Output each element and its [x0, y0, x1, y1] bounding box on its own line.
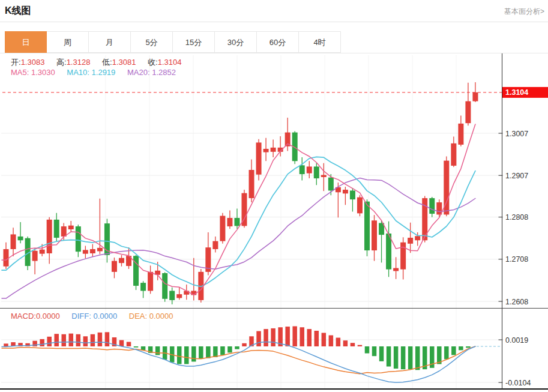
tab-周[interactable]: 周 — [47, 31, 89, 53]
candle-body — [372, 220, 377, 250]
macd-bar — [227, 346, 232, 352]
candle-body — [234, 218, 239, 226]
candle-body — [112, 261, 117, 272]
price-tick-label: 1.2808 — [505, 213, 528, 222]
price-tick-label: 1.3007 — [505, 130, 528, 138]
tab-30分[interactable]: 30分 — [215, 31, 257, 53]
candle-body — [328, 178, 334, 191]
macd-bar — [365, 346, 370, 354]
tab-60分[interactable]: 60分 — [257, 31, 299, 53]
macd-bar — [444, 346, 449, 359]
macd-bar — [459, 346, 463, 350]
macd-bar — [271, 328, 276, 346]
macd-bar — [351, 343, 355, 346]
macd-bar — [242, 343, 247, 346]
candle-body — [148, 272, 153, 291]
candle-body — [271, 148, 276, 152]
candle-body — [321, 175, 327, 177]
candle-body — [458, 124, 463, 145]
kline-widget: K线图 基本面分析> 日周月5分15分30分60分4时 1.30071.2907… — [0, 0, 548, 392]
macd-bar — [91, 334, 95, 346]
candle-body — [300, 165, 305, 174]
candle-body — [314, 166, 319, 178]
macd-bar — [451, 346, 456, 355]
macd-bar — [213, 346, 218, 357]
macd-bar — [191, 346, 196, 361]
candle-body — [162, 273, 167, 299]
macd-bar — [292, 326, 297, 346]
tab-月[interactable]: 月 — [89, 31, 131, 53]
candle-body — [307, 166, 312, 173]
page-title: K线图 — [5, 5, 31, 17]
candle-body — [76, 226, 81, 252]
candle-body — [32, 251, 38, 261]
period-tabs: 日周月5分15分30分60分4时 — [0, 31, 548, 53]
macd-bar — [54, 334, 59, 346]
candle-body — [119, 258, 124, 263]
fundamental-analysis-link[interactable]: 基本面分析> — [504, 7, 544, 17]
macd-bar — [235, 346, 239, 349]
candle-body — [451, 143, 456, 166]
candle-body — [415, 236, 420, 240]
macd-bar — [285, 327, 290, 346]
macd-bar — [4, 343, 8, 346]
candle-body — [220, 216, 225, 241]
candle-body — [18, 237, 23, 240]
candle-body — [429, 198, 435, 214]
candle-body — [4, 249, 9, 267]
candles-group — [4, 82, 478, 304]
macd-bar — [307, 329, 312, 346]
macd-bar — [47, 337, 52, 346]
macd-bar — [119, 340, 124, 346]
macd-bar — [379, 346, 384, 361]
macd-bar — [206, 346, 211, 358]
candle-body — [400, 243, 406, 270]
header-divider — [0, 22, 548, 22]
tab-4时[interactable]: 4时 — [299, 31, 341, 53]
tab-15分[interactable]: 15分 — [173, 31, 215, 53]
candle-body — [249, 170, 254, 198]
macd-bar — [322, 333, 327, 346]
tab-5分[interactable]: 5分 — [131, 31, 173, 53]
current-price-badge-label: 1.3104 — [505, 88, 528, 97]
chart-canvas[interactable]: 1.30071.29071.28081.27081.26080.0019-0.0… — [0, 53, 548, 392]
macd-bar — [415, 346, 420, 370]
ma5-line — [2, 124, 475, 295]
candle-body — [465, 101, 471, 123]
price-tick-label: 1.2608 — [505, 298, 528, 306]
candle-body — [227, 218, 232, 226]
macd-bar — [177, 346, 182, 364]
candle-body — [343, 190, 348, 193]
macd-bar — [263, 329, 268, 346]
macd-bar — [40, 339, 44, 346]
candle-body — [212, 241, 218, 249]
macd-bar — [329, 336, 334, 346]
macd-bar — [76, 334, 81, 346]
macd-bar — [61, 334, 66, 346]
macd-bar — [394, 346, 399, 369]
macd-bar — [134, 346, 139, 348]
candle-body — [68, 226, 74, 229]
macd-bar — [343, 340, 348, 346]
macd-bar — [300, 327, 304, 346]
macd-bar — [387, 346, 391, 367]
macd-bar — [184, 346, 189, 364]
macd-tick-label: 0.0019 — [505, 336, 528, 345]
candle-body — [83, 250, 88, 253]
candle-body — [40, 250, 45, 254]
candle-body — [97, 248, 103, 252]
candle-body — [357, 198, 363, 214]
macd-bar — [408, 346, 413, 369]
macd-bar — [466, 346, 471, 348]
macd-bar — [83, 336, 88, 346]
macd-bar — [199, 346, 203, 359]
tab-日[interactable]: 日 — [5, 31, 47, 53]
price-tick-label: 1.2907 — [505, 172, 528, 180]
macd-bar — [315, 331, 319, 346]
candle-body — [364, 202, 370, 250]
candle-body — [176, 294, 182, 298]
candle-body — [408, 238, 413, 244]
macd-bar — [336, 338, 341, 346]
candle-body — [54, 220, 59, 238]
price-tick-label: 1.2708 — [505, 255, 528, 264]
